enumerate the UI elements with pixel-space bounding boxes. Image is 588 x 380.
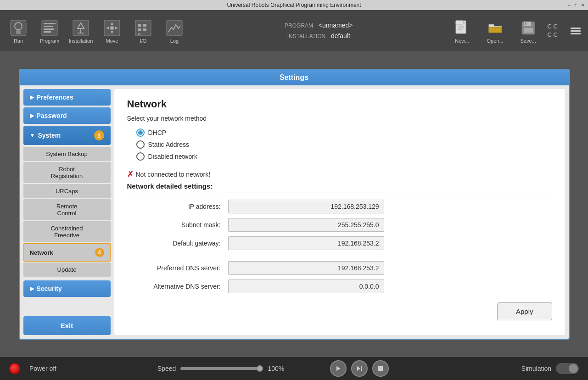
toggle-knob <box>569 364 578 373</box>
speed-track[interactable] <box>180 367 263 370</box>
radio-dhcp[interactable]: DHCP <box>136 129 552 137</box>
sidebar-item-preferences[interactable]: ▶ Preferences <box>23 89 111 106</box>
new-action[interactable]: New... <box>448 18 476 44</box>
sidebar: ▶ Preferences ▶ Password ▼ System 3 Syst… <box>23 89 111 335</box>
default-gateway-label: Default gateway: <box>127 240 228 247</box>
svg-rect-5 <box>44 26 53 27</box>
default-gateway-input[interactable] <box>228 236 384 250</box>
toolbar-run[interactable]: Run <box>4 12 33 49</box>
new-icon <box>453 18 471 38</box>
svg-rect-26 <box>456 21 463 24</box>
svg-rect-3 <box>42 20 57 36</box>
security-label: Security <box>37 285 62 292</box>
preferred-dns-input[interactable] <box>228 261 384 275</box>
radio-dhcp-circle <box>136 129 145 137</box>
close-btn[interactable]: × <box>581 2 584 8</box>
power-label: Power off <box>29 365 56 372</box>
sidebar-sub-items: System Backup RobotRegistration URCaps R… <box>23 147 111 277</box>
default-gateway-row: Default gateway: <box>127 236 552 250</box>
alternative-dns-label: Alternative DNS server: <box>127 283 228 290</box>
titlebar: Universal Robots Graphical Programming E… <box>0 0 588 10</box>
svg-rect-2 <box>16 30 21 34</box>
ip-address-input[interactable] <box>228 200 384 213</box>
settings-body: ▶ Preferences ▶ Password ▼ System 3 Syst… <box>20 85 569 339</box>
sidebar-sub-system-backup[interactable]: System Backup <box>23 147 111 161</box>
installation-icon <box>72 18 90 38</box>
sidebar-item-security[interactable]: ▶ Security <box>23 280 111 297</box>
radio-disabled-label: Disabled network <box>148 153 197 160</box>
network-badge: 4 <box>95 248 104 257</box>
sidebar-sub-constrained-freedrive[interactable]: ConstrainedFreedrive <box>23 221 111 242</box>
step-button[interactable] <box>351 360 368 377</box>
installation-name: default <box>331 32 350 39</box>
svg-rect-33 <box>524 28 533 33</box>
speed-label: Speed <box>157 365 176 372</box>
sidebar-sub-network[interactable]: Network 4 <box>23 243 111 262</box>
apply-button[interactable]: Apply <box>497 302 552 320</box>
simulation-toggle[interactable] <box>556 363 579 374</box>
svg-marker-36 <box>357 366 360 371</box>
speed-handle[interactable] <box>257 365 263 372</box>
preferences-arrow: ▶ <box>30 94 34 101</box>
open-icon <box>486 18 504 38</box>
minimize-btn[interactable]: − <box>567 2 571 8</box>
toolbar-io[interactable]: I/O <box>129 12 158 49</box>
move-icon <box>103 18 121 38</box>
open-action[interactable]: Open... <box>482 18 509 44</box>
svg-rect-38 <box>378 366 383 371</box>
security-arrow: ▶ <box>30 285 34 292</box>
toolbar-log[interactable]: Log <box>160 12 189 49</box>
network-title: Network <box>127 98 552 110</box>
maximize-btn[interactable]: + <box>574 2 577 8</box>
toolbar-program[interactable]: Program <box>35 12 64 49</box>
window-controls[interactable]: − + × <box>567 2 584 8</box>
speed-section: Speed 100% <box>157 365 284 372</box>
svg-rect-7 <box>44 31 51 33</box>
status-icon: ✗ <box>127 170 133 179</box>
alternative-dns-row: Alternative DNS server: <box>127 279 552 293</box>
password-arrow: ▶ <box>30 112 34 119</box>
sidebar-item-password[interactable]: ▶ Password <box>23 107 111 124</box>
svg-rect-34 <box>525 22 526 25</box>
svg-point-13 <box>110 26 114 30</box>
ip-address-label: IP address: <box>127 203 228 210</box>
exit-button[interactable]: Exit <box>23 316 111 335</box>
password-label: Password <box>37 112 67 119</box>
toolbar-move[interactable]: Move <box>97 12 127 49</box>
network-subtitle: Select your network method <box>127 115 552 122</box>
program-label-text: PROGRAM <box>285 22 313 29</box>
alternative-dns-input[interactable] <box>228 279 384 293</box>
sidebar-item-system[interactable]: ▼ System 3 <box>23 126 111 145</box>
svg-rect-6 <box>44 28 54 30</box>
system-arrow: ▼ <box>30 132 35 139</box>
svg-rect-19 <box>138 24 141 27</box>
save-icon <box>519 18 538 38</box>
play-button[interactable] <box>330 360 347 377</box>
stop-button[interactable] <box>372 360 389 377</box>
program-name: <unnamed> <box>319 22 353 29</box>
window-title: Universal Robots Graphical Programming E… <box>227 2 361 8</box>
radio-disabled[interactable]: Disabled network <box>136 152 552 161</box>
network-method-group: DHCP Static Address Disabled network <box>136 129 552 161</box>
system-badge: 3 <box>94 130 104 140</box>
program-icon <box>40 18 59 38</box>
save-action[interactable]: Save... <box>515 18 542 44</box>
sidebar-sub-robot-registration[interactable]: RobotRegistration <box>23 162 111 183</box>
sidebar-sub-update[interactable]: Update <box>23 263 111 277</box>
toolbar-installation[interactable]: Installation <box>66 12 95 49</box>
save-label: Save... <box>520 38 536 44</box>
radio-disabled-circle <box>136 152 145 161</box>
log-label: Log <box>170 38 179 44</box>
menu-btn[interactable] <box>567 24 584 38</box>
network-details-title: Network detailed settings: <box>127 182 552 192</box>
sidebar-sub-urcaps[interactable]: URCaps <box>23 184 111 198</box>
radio-static[interactable]: Static Address <box>136 140 552 149</box>
subnet-mask-row: Subnet mask: <box>127 218 552 232</box>
cc-display: C C C C <box>548 22 558 39</box>
preferences-label: Preferences <box>37 94 73 101</box>
sidebar-sub-remote-control[interactable]: RemoteControl <box>23 199 111 220</box>
svg-rect-20 <box>138 28 141 31</box>
subnet-mask-input[interactable] <box>228 218 384 232</box>
radio-dhcp-dot <box>138 130 143 135</box>
settings-header: Settings <box>20 70 569 85</box>
